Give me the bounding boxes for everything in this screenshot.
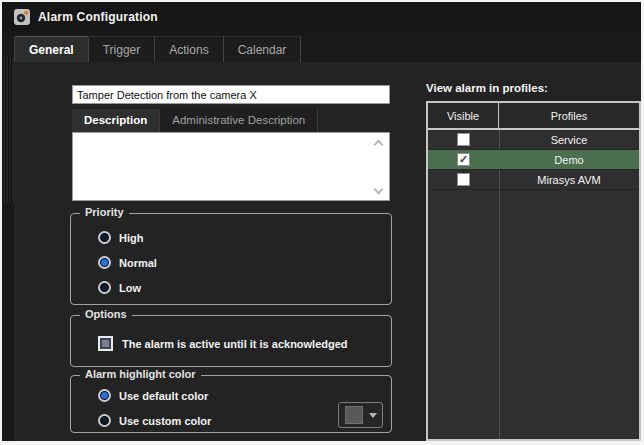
description-tab-bar: Description Administrative Description [72, 109, 318, 132]
scroll-up-icon[interactable] [374, 139, 382, 147]
priority-normal-label: Normal [119, 257, 157, 269]
default-color-radio[interactable]: Use default color [98, 389, 208, 402]
highlight-legend: Alarm highlight color [80, 368, 201, 380]
color-swatch [345, 406, 363, 424]
tab-trigger[interactable]: Trigger [89, 36, 156, 62]
profile-name: Service [499, 130, 639, 149]
radio-icon[interactable] [98, 414, 111, 427]
scroll-down-icon[interactable] [374, 186, 382, 194]
dropdown-caret-icon [369, 413, 377, 418]
custom-color-picker-button[interactable] [338, 402, 383, 428]
radio-icon[interactable] [98, 256, 111, 269]
table-row-mirasys-avm[interactable]: Mirasys AVM [428, 170, 639, 190]
priority-high-label: High [119, 232, 143, 244]
priority-group: Priority High Normal Low [70, 213, 392, 305]
alarm-configuration-window: Alarm Configuration General Trigger Acti… [2, 2, 641, 441]
custom-color-label: Use custom color [119, 415, 211, 427]
tab-description[interactable]: Description [72, 109, 160, 132]
alarm-config-gear-icon [14, 9, 30, 25]
profile-name: Demo [499, 150, 639, 169]
title-bar: Alarm Configuration [2, 2, 641, 32]
highlight-color-group: Alarm highlight color Use default color … [70, 375, 392, 433]
profile-name: Mirasys AVM [499, 170, 639, 189]
visible-checkbox[interactable] [457, 173, 470, 186]
priority-normal-radio[interactable]: Normal [98, 256, 157, 269]
main-tab-bar: General Trigger Actions Calendar [2, 32, 641, 62]
visible-checkbox[interactable] [457, 153, 470, 166]
table-header-row: Visible Profiles [428, 103, 639, 130]
visible-checkbox[interactable] [457, 133, 470, 146]
table-row-demo[interactable]: Demo [428, 150, 639, 170]
description-textarea[interactable] [72, 132, 390, 201]
priority-low-radio[interactable]: Low [98, 281, 141, 294]
splitter-grip[interactable] [2, 57, 14, 202]
options-group: Options The alarm is active until it is … [70, 315, 392, 367]
content-panel: Description Administrative Description P… [14, 62, 641, 441]
alarm-name-input[interactable] [72, 85, 390, 104]
priority-high-radio[interactable]: High [98, 231, 143, 244]
acknowledge-option-label: The alarm is active until it is acknowle… [122, 338, 348, 350]
tab-calendar[interactable]: Calendar [224, 36, 302, 62]
general-tab-content: Description Administrative Description P… [2, 62, 641, 441]
column-header-profiles: Profiles [499, 103, 639, 128]
default-color-label: Use default color [119, 390, 208, 402]
column-header-visible: Visible [428, 103, 499, 128]
priority-legend: Priority [80, 206, 129, 218]
radio-icon[interactable] [98, 281, 111, 294]
options-legend: Options [80, 308, 132, 320]
radio-icon[interactable] [98, 389, 111, 402]
profiles-table: Visible Profiles Service Demo Mirasys AV… [426, 101, 641, 441]
acknowledge-option[interactable]: The alarm is active until it is acknowle… [98, 336, 348, 351]
tab-administrative-description[interactable]: Administrative Description [160, 109, 318, 132]
window-title: Alarm Configuration [38, 10, 158, 24]
table-row-service[interactable]: Service [428, 130, 639, 150]
priority-low-label: Low [119, 282, 141, 294]
custom-color-radio[interactable]: Use custom color [98, 414, 211, 427]
profiles-panel-label: View alarm in profiles: [426, 82, 548, 94]
tab-actions[interactable]: Actions [155, 36, 223, 62]
tab-general[interactable]: General [14, 36, 89, 62]
checkbox-icon[interactable] [98, 336, 113, 351]
radio-icon[interactable] [98, 231, 111, 244]
